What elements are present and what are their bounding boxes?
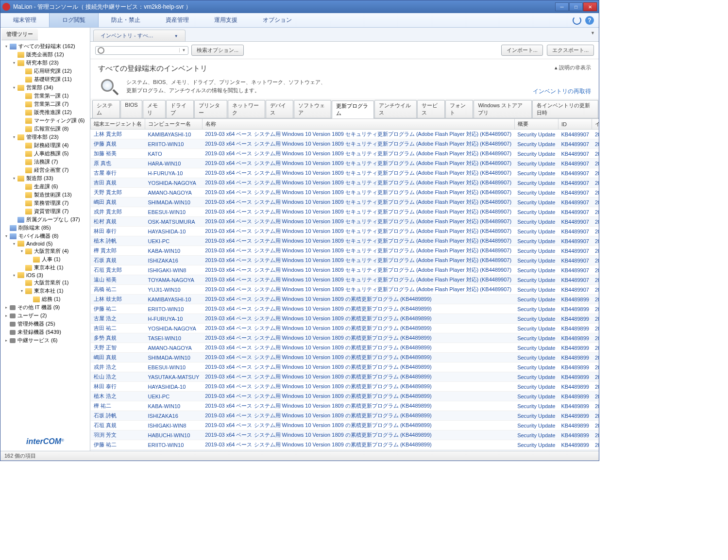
import-button[interactable]: インポート... (501, 45, 543, 56)
table-row[interactable]: 古屋 浩之H-FURUYA-102019-03 x64 ベース システム用 Wi… (91, 314, 599, 324)
help-icon[interactable]: ? (585, 16, 594, 25)
hide-description-link[interactable]: ▴ 説明の非表示 (555, 65, 591, 70)
column-header[interactable]: コンピューター名 (145, 119, 203, 130)
table-row[interactable]: 伊藤 真規ERIITO-WIN102019-03 x64 ベース システム用 W… (91, 139, 599, 149)
subtab[interactable]: アンチウイルス (374, 100, 417, 118)
tree-item[interactable]: 業務管理課 (7) (1, 199, 89, 207)
tree-item[interactable]: ▸その他 IT 機器 (9) (1, 303, 89, 312)
table-row[interactable]: 戎井 貫太郎EBESUI-WIN102019-03 x64 ベース システム用 … (91, 207, 599, 217)
tree-toggle-icon[interactable]: ▾ (11, 176, 17, 181)
table-row[interactable]: 伊藤 祐二ERIITO-WIN102019-03 x64 ベース システム用 W… (91, 304, 599, 314)
table-row[interactable]: 天野 貫太郎AMANO-NAGOYA2019-03 x64 ベース システム用 … (91, 188, 599, 198)
tree-item[interactable]: 未登録機器 (5439) (1, 328, 89, 336)
tree-item[interactable]: 生産課 (6) (1, 182, 89, 191)
column-header[interactable]: ID (558, 119, 592, 130)
table-row[interactable]: 樺 祐二KABA-WIN102019-03 x64 ベース システム用 Wind… (91, 401, 599, 411)
tree-toggle-icon[interactable]: ▸ (3, 338, 9, 343)
tree-item[interactable]: 所属グループなし (37) (1, 215, 89, 224)
chevron-down-icon[interactable]: ▼ (174, 34, 178, 38)
tree-item[interactable]: ▾研究本部 (23) (1, 59, 89, 67)
table-row[interactable]: 古屋 浩之H-FURUYA-102019-03 x64 ベース システム用 Wi… (91, 450, 599, 451)
table-row[interactable]: 古屋 泰行H-FURUYA-102019-03 x64 ベース システム用 Wi… (91, 168, 599, 178)
subtab[interactable]: サービス (417, 100, 445, 118)
subtab[interactable]: メモリ (143, 100, 166, 118)
table-row[interactable]: 林田 泰行HAYASHIDA-102019-03 x64 ベース システム用 W… (91, 227, 599, 236)
main-tab-inventory[interactable]: インベントリ - すべ… ▼ (93, 30, 186, 41)
table-row[interactable]: 戎井 浩之EBESUI-WIN102019-03 x64 ベース システム用 W… (91, 362, 599, 372)
table-row[interactable]: 吉田 真規YOSHIDA-NAGOYA2019-03 x64 ベース システム用… (91, 178, 599, 188)
tree-toggle-icon[interactable]: ▾ (11, 85, 17, 90)
tree-toggle-icon[interactable]: ▾ (11, 134, 17, 140)
tree-item[interactable]: ▸ユーザー (2) (1, 312, 89, 320)
search-options-button[interactable]: 検索オプション... (191, 45, 244, 56)
table-container[interactable]: 端末エージェント名コンピューター名名称概要IDインスト… 上林 貫太郎KAMIB… (90, 118, 599, 451)
tree-toggle-icon[interactable]: ▾ (19, 248, 24, 254)
column-header[interactable]: 端末エージェント名 (91, 119, 145, 130)
tree-item[interactable]: 広報宣伝課 (8) (1, 125, 89, 133)
tree-item[interactable]: ▾管理本部 (23) (1, 133, 89, 141)
minimize-button[interactable]: ─ (555, 2, 569, 11)
subtab[interactable]: ソフトウェア (294, 100, 331, 118)
column-header[interactable]: インスト… (592, 119, 599, 130)
tree-item[interactable]: 基礎研究課 (11) (1, 75, 89, 83)
table-row[interactable]: 羽渕 芳文HABUCHI-WIN102019-03 x64 ベース システム用 … (91, 430, 599, 440)
export-button[interactable]: エクスポート... (547, 45, 594, 56)
table-row[interactable]: 石垣 貫太郎ISHIGAKI-WIN82019-03 x64 ベース システム用… (91, 265, 599, 275)
table-row[interactable]: 林田 泰行HAYASHIDA-102019-03 x64 ベース システム用 W… (91, 382, 599, 392)
subtab[interactable]: 各インベントリの更新日時 (532, 100, 598, 118)
menu-item[interactable]: オプション (250, 13, 305, 27)
tree-item[interactable]: 資質管理課 (7) (1, 207, 89, 215)
table-row[interactable]: 上林 貫太郎KAMIBAYASHI-102019-03 x64 ベース システム… (91, 130, 599, 139)
table-row[interactable]: 植木 詩帆UEKI-PC2019-03 x64 ベース システム用 Window… (91, 236, 599, 246)
tree-item[interactable]: ▾Android (5) (1, 240, 89, 247)
menu-item[interactable]: 端末管理 (0, 13, 49, 27)
tree-item[interactable]: ▾モバイル機器 (8) (1, 232, 89, 240)
search-input[interactable] (106, 47, 179, 54)
table-row[interactable]: 高橋 祐二YUJI1-WIN102019-03 x64 ベース システム用 Wi… (91, 285, 599, 295)
tree-item[interactable]: 東京本社 (1) (1, 264, 89, 272)
table-row[interactable]: 原 真也HARA-WIN102019-03 x64 ベース システム用 Wind… (91, 159, 599, 168)
tree-item[interactable]: ▸中継サービス (6) (1, 336, 89, 345)
sidebar-tab[interactable]: 管理ツリー (1, 29, 38, 40)
subtab[interactable]: システム (92, 100, 120, 118)
tree-item[interactable]: 管理外機器 (25) (1, 320, 89, 328)
tree-item[interactable]: マーケティング課 (6) (1, 116, 89, 125)
maximize-button[interactable]: □ (569, 2, 583, 11)
tree-item[interactable]: ▾東京本社 (1) (1, 287, 89, 295)
tab-menu-icon[interactable]: ▼ (591, 31, 595, 35)
table-row[interactable]: 多勢 真規TASEI-WIN102019-03 x64 ベース システム用 Wi… (91, 333, 599, 343)
tree-item[interactable]: ▾製造部 (33) (1, 174, 89, 182)
tree-item[interactable]: ▾iOS (3) (1, 272, 89, 279)
tree-item[interactable]: 人事総務課 (5) (1, 149, 89, 158)
table-row[interactable]: 上林 鼓太郎KAMIBAYASHI-102019-03 x64 ベース システム… (91, 295, 599, 304)
search-dropdown[interactable]: ▼ (179, 48, 188, 52)
tree-item[interactable]: 販売企画部 (12) (1, 50, 89, 59)
table-row[interactable]: 松村 真規OSK-MATSUMURA2019-03 x64 ベース システム用 … (91, 217, 599, 227)
tree-item[interactable]: 大阪営業所 (1) (1, 279, 89, 287)
tree-item[interactable]: 営業第二課 (7) (1, 100, 89, 108)
subtab[interactable]: プリンター (194, 100, 227, 118)
table-row[interactable]: 植木 浩之UEKI-PC2019-03 x64 ベース システム用 Window… (91, 392, 599, 401)
table-row[interactable]: 嶋田 真規SHIMADA-WIN102019-03 x64 ベース システム用 … (91, 353, 599, 362)
tree-toggle-icon[interactable]: ▾ (19, 288, 24, 294)
close-button[interactable]: ✕ (583, 2, 597, 11)
menu-item[interactable]: ログ閲覧 (49, 13, 99, 27)
column-header[interactable]: 概要 (514, 119, 558, 130)
tree-toggle-icon[interactable]: ▸ (3, 313, 9, 318)
tree-toggle-icon[interactable]: ▾ (11, 60, 17, 66)
subtab[interactable]: BIOS (120, 100, 142, 118)
tree-toggle-icon[interactable]: ▾ (3, 233, 9, 239)
tree-item[interactable]: 削除端末 (85) (1, 224, 89, 232)
tree-item[interactable]: 人事 (1) (1, 255, 89, 264)
tree-item[interactable]: 法務課 (7) (1, 158, 89, 166)
table-row[interactable]: 嶋田 真規SHIMADA-WIN102019-03 x64 ベース システム用 … (91, 198, 599, 207)
table-row[interactable]: 吉田 祐二YOSHIDA-NAGOYA2019-03 x64 ベース システム用… (91, 324, 599, 333)
tree-item[interactable]: 製造技術課 (13) (1, 191, 89, 199)
table-row[interactable]: 松山 浩之YASUTAKA-MATSUY2019-03 x64 ベース システム… (91, 372, 599, 382)
subtab[interactable]: フォント (445, 100, 473, 118)
subtab[interactable]: 更新プログラム (332, 100, 374, 118)
tree-item[interactable]: ▾大阪営業所 (4) (1, 247, 89, 255)
table-row[interactable]: 伊藤 祐二ERIITO-WIN102019-03 x64 ベース システム用 W… (91, 440, 599, 450)
table-row[interactable]: 天野 正智AMANO-NAGOYA2019-03 x64 ベース システム用 W… (91, 343, 599, 353)
tree-item[interactable]: 総務 (1) (1, 295, 89, 303)
